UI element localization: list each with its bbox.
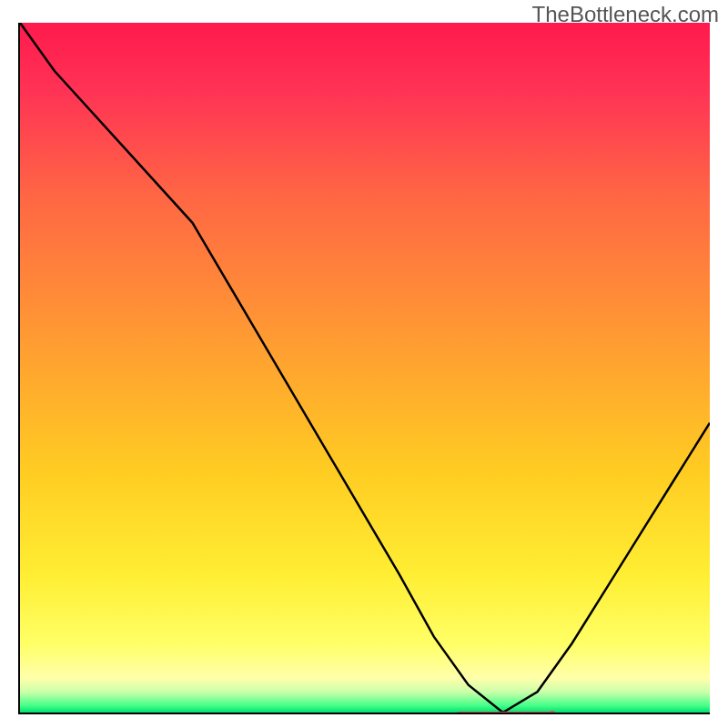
plot-area [18, 23, 710, 714]
optimum-marker [456, 712, 552, 714]
watermark-text: TheBottleneck.com [532, 2, 719, 27]
bottleneck-chart: TheBottleneck.com [0, 0, 728, 728]
optimum-marker-dot [549, 711, 556, 714]
curve-svg [20, 23, 710, 713]
bottleneck-curve-path [20, 23, 710, 713]
